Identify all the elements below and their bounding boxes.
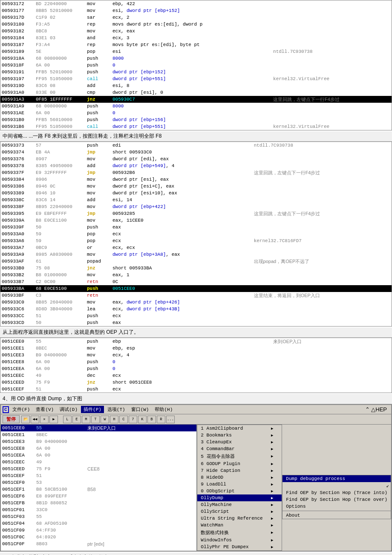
code-mnemonic: mov: [86, 190, 111, 197]
code-hex: 6A 00: [35, 110, 86, 116]
menu-options[interactable]: 选项(T): [105, 406, 128, 413]
code-addr: 005931B6: [0, 123, 35, 130]
play-button[interactable]: ▶: [49, 416, 58, 423]
code-hex: 0BC9: [35, 244, 86, 251]
menu-window[interactable]: 窗口(W): [129, 406, 152, 413]
plugin-num: OllyPhr PE Dumpex: [201, 544, 248, 549]
submenu-options[interactable]: Options: [282, 503, 391, 510]
code-mnemonic: push: [86, 103, 111, 110]
code-hex: 5E: [35, 48, 86, 55]
code-comment: [272, 116, 392, 123]
code-mnemonic: sar: [86, 14, 111, 21]
stop-button[interactable]: 暂停: [3, 415, 20, 423]
icon-H[interactable]: H: [110, 416, 118, 423]
submenu-dump-process[interactable]: Dump debugged process: [282, 475, 391, 482]
code-comment: [272, 35, 392, 41]
plugin-ollydump[interactable]: OllyDump ▶: [197, 494, 282, 501]
od-code-hex: 55: [35, 425, 86, 431]
open-button[interactable]: 📂: [21, 416, 30, 423]
top-code-table: 00593172BD 22040000movebp, 422005931778B…: [0, 0, 392, 130]
code-mnemonic: popad: [86, 258, 111, 265]
code-hex: C2 0C00: [35, 278, 86, 285]
code-mnemonic: pop: [86, 48, 111, 55]
code-operands: short 005933C0: [111, 149, 253, 156]
code-hex: 8B95 22040000: [35, 203, 86, 210]
code-hex: 8907: [35, 156, 86, 162]
code-operands: 00593285: [111, 210, 253, 217]
od-code-listing: 0051CEE055来到OEP入口0051CEE18BEC0051CEE3B9 …: [1, 425, 196, 551]
plugin-dataformat[interactable]: 数据格式转换 ▶: [197, 529, 282, 537]
code-operands: 0051CEE0: [111, 285, 253, 292]
arrow-icon: ▶: [271, 530, 273, 535]
icon-M[interactable]: M: [82, 416, 90, 423]
menu-help[interactable]: 帮助(H): [152, 406, 175, 413]
icon-C[interactable]: C: [119, 416, 128, 423]
ollydump-submenu: Dump debugged process ↙ Find OEP by Sect…: [282, 475, 391, 551]
menu-file[interactable]: 文件(F): [10, 406, 33, 413]
plugin-cleanupex[interactable]: 3 CleanupEx ▶: [197, 439, 282, 445]
plugin-hideod[interactable]: 8 HideOD ▶: [197, 474, 282, 481]
od-code-hex: 75 F9: [35, 465, 86, 472]
plugin-ultra-string[interactable]: Ultra String Reference ▶: [197, 515, 282, 522]
code-operands: dword ptr [edi], eax: [111, 156, 253, 162]
plugin-asm2clipboard[interactable]: 1 Asm2Clipboard ▶: [197, 425, 282, 432]
menu-view[interactable]: 查看(V): [33, 406, 56, 413]
code-mnemonic: push: [86, 224, 111, 231]
close-button[interactable]: ✕: [40, 416, 49, 423]
code-hex: 833E 00: [35, 89, 86, 96]
plugin-ollyphr[interactable]: OllyPhr PE Dumpex ▶: [197, 543, 282, 550]
submenu-about[interactable]: About: [282, 512, 391, 519]
code-operands: 8000: [111, 55, 272, 62]
plugin-windowinfos[interactable]: WindowInfos ▶: [197, 537, 282, 543]
menu-debug[interactable]: 调试(D): [57, 406, 80, 413]
plugin-ollyscript[interactable]: OllyScript ▶: [197, 508, 282, 515]
od-code-addr: 0051CEF1: [1, 486, 35, 493]
code-hex: 51: [35, 386, 86, 393]
menu-plugin[interactable]: 插件(P): [81, 406, 104, 413]
mid-code-section: 0059337357pushedintdll.7C93073800593374E…: [0, 142, 392, 327]
od-code-hex: 6A 00: [35, 445, 86, 452]
icon-more[interactable]: ...: [166, 416, 175, 423]
code-mnemonic: jmp: [86, 210, 111, 217]
code-mnemonic: push: [86, 312, 111, 319]
plugin-godup[interactable]: 6 GODUP Plugin ▶: [197, 460, 282, 467]
code-addr: 0051CEE1: [0, 345, 35, 352]
icon-E[interactable]: E: [72, 416, 81, 423]
plugin-loaddll[interactable]: 9 LoadDll ▶: [197, 481, 282, 488]
icon-K[interactable]: K: [138, 416, 147, 423]
code-comment: 来到OEP入口: [272, 338, 392, 345]
plugin-ollymachine[interactable]: OllyMachine ▶: [197, 501, 282, 508]
code-comment: [253, 197, 392, 203]
code-operands: eax, dword ptr [ebp+426]: [111, 299, 253, 306]
plugin-odbgscript[interactable]: 0 ODbgScript ▶: [197, 488, 282, 494]
icon-W[interactable]: W: [101, 416, 109, 423]
code-operands: short 0051CEE8: [111, 379, 272, 386]
arrow-icon: ▶: [271, 462, 273, 466]
plugin-flower[interactable]: 5 花指令去除器 ▶: [197, 452, 282, 460]
od-code-hex: 8B1D 880852: [35, 500, 86, 506]
code-operands: [111, 292, 253, 299]
icon-L[interactable]: L: [63, 416, 72, 423]
submenu-find-oep-into[interactable]: Find OEP by Section Hop (Trace into): [282, 489, 391, 496]
od-code-addr: 0051CEE3: [1, 438, 35, 445]
icon-R[interactable]: R: [157, 416, 165, 423]
submenu-find-oep-over[interactable]: Find OEP by Section Hop (Trace over): [282, 496, 391, 503]
plugin-menu-container: 1 Asm2Clipboard ▶ 2 Bookmarks ▶ 3 Cleanu…: [196, 425, 391, 551]
plugin-watchman[interactable]: WatchMan ▶: [197, 522, 282, 529]
plugin-num: 6 GODUP Plugin: [201, 461, 240, 466]
code-comment: [272, 28, 392, 35]
plugin-num: WatchMan: [201, 523, 223, 528]
code-hex: 75 08: [35, 265, 86, 272]
code-addr: 0051CEEA: [0, 365, 35, 372]
icon-T[interactable]: T: [91, 416, 100, 423]
icon-7[interactable]: 7: [129, 416, 137, 423]
code-mnemonic: mov: [86, 217, 111, 224]
icon-B[interactable]: B: [147, 416, 156, 423]
plugin-bookmarks[interactable]: 2 Bookmarks ▶: [197, 432, 282, 439]
code-addr: 00593187: [0, 41, 35, 48]
plugin-hidecaption[interactable]: 7 Hide Caption ▶: [197, 467, 282, 474]
prev-button[interactable]: ◀◀: [31, 416, 39, 423]
code-operands: 0: [111, 62, 272, 69]
od-code-addr: 0051CF09: [1, 527, 35, 534]
plugin-commandbar[interactable]: 4 CommandBar ▶: [197, 445, 282, 452]
